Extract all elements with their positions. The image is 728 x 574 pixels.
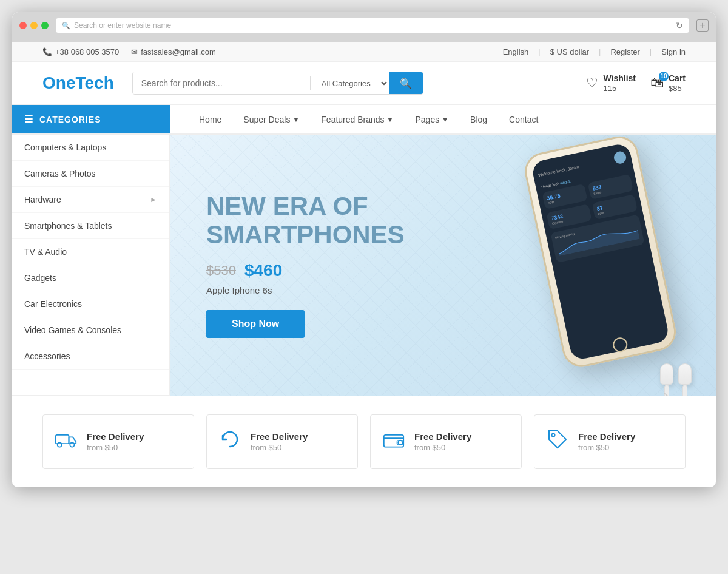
wishlist-action[interactable]: ♡ Wishlist 115 (586, 73, 636, 93)
chevron-down-icon2: ▼ (387, 116, 394, 123)
language-selector[interactable]: English (503, 47, 529, 56)
logo[interactable]: OneTech (42, 73, 114, 93)
delivery-tag-icon (547, 428, 568, 455)
delivery-text-0: Free Delivery from $50 (87, 431, 144, 452)
cat-item-accessories[interactable]: Accessories (12, 343, 169, 370)
cart-icon: 🛍 10 (650, 75, 664, 91)
cat-item-videogames[interactable]: Video Games & Consoles (12, 317, 169, 343)
hero-content: NEW ERA OF SMARTPHONES $530 $460 Apple I… (206, 192, 405, 337)
search-icon: 🔍 (400, 78, 412, 89)
shop-now-button[interactable]: Shop Now (206, 310, 305, 338)
nav-item-pages[interactable]: Pages ▼ (404, 106, 459, 133)
header: OneTech All Categories 🔍 ♡ Wishlist 115 (12, 62, 716, 105)
nav-item-superdeals[interactable]: Super Deals ▼ (232, 106, 310, 133)
hero-product-name: Apple Iphone 6s (206, 285, 405, 295)
delivery-refresh-icon (219, 428, 241, 455)
divider2: | (599, 47, 601, 56)
phone-mockup: Welcome back, Jamie Things look alright.… (521, 135, 679, 371)
cat-item-gadgets[interactable]: Gadgets (12, 265, 169, 291)
dot-green[interactable] (41, 22, 49, 29)
refresh-icon[interactable]: ↻ (676, 21, 683, 30)
nav-item-blog[interactable]: Blog (459, 106, 498, 133)
price-old: $530 (206, 263, 236, 279)
categories-button[interactable]: ☰ CATEGORIES (12, 105, 170, 133)
topbar-right: English | $ US dollar | Register | Sign … (503, 47, 686, 56)
chevron-down-icon3: ▼ (442, 116, 448, 123)
delivery-text-1: Free Delivery from $50 (251, 431, 308, 452)
menu-icon: ☰ (24, 113, 33, 125)
svg-point-5 (552, 434, 555, 437)
category-select[interactable]: All Categories (311, 72, 389, 94)
main-content: Computers & Laptops Cameras & Photos Har… (12, 135, 716, 396)
cat-item-hardware[interactable]: Hardware ► (12, 187, 169, 213)
search-bar: All Categories 🔍 (132, 72, 423, 95)
browser-dots (19, 22, 49, 29)
hero-price: $530 $460 (206, 261, 405, 280)
delivery-strip: Free Delivery from $50 Free Delivery fro… (12, 396, 716, 487)
price-new: $460 (244, 261, 282, 280)
delivery-card-0: Free Delivery from $50 (42, 414, 194, 469)
search-icon: 🔍 (62, 22, 70, 30)
dot-yellow[interactable] (30, 22, 38, 29)
topbar-email: ✉ fastsales@gmail.com (131, 47, 216, 56)
browser-window: 🔍 Search or enter website name ↻ + 📞 +38… (12, 12, 716, 487)
delivery-truck-icon (55, 428, 77, 455)
wishlist-icon: ♡ (586, 75, 598, 91)
nav-item-contact[interactable]: Contact (498, 106, 549, 133)
topbar-phone: 📞 +38 068 005 3570 (42, 47, 119, 56)
cat-item-smartphones[interactable]: Smartphones & Tablets (12, 213, 169, 239)
nav-item-home[interactable]: Home (188, 106, 232, 133)
search-input[interactable] (133, 72, 310, 94)
hero-banner: NEW ERA OF SMARTPHONES $530 $460 Apple I… (170, 135, 716, 396)
delivery-text-3: Free Delivery from $50 (578, 431, 635, 452)
divider: | (538, 47, 540, 56)
cat-item-carelectronics[interactable]: Car Electronics (12, 291, 169, 317)
nav-menu: Home Super Deals ▼ Featured Brands ▼ Pag… (170, 105, 567, 133)
wishlist-text: Wishlist 115 (603, 73, 636, 93)
svg-rect-0 (56, 435, 69, 444)
browser-chrome: 🔍 Search or enter website name ↻ + (12, 12, 716, 42)
nav-item-brands[interactable]: Featured Brands ▼ (310, 106, 404, 133)
dot-red[interactable] (19, 22, 27, 29)
signin-link[interactable]: Sign in (661, 47, 686, 56)
delivery-text-2: Free Delivery from $50 (414, 431, 471, 452)
address-text: Search or enter website name (74, 21, 171, 30)
register-link[interactable]: Register (610, 47, 639, 56)
delivery-card-1: Free Delivery from $50 (206, 414, 358, 469)
nav-wrapper: ☰ CATEGORIES Home Super Deals ▼ Featured… (12, 105, 716, 135)
cart-action[interactable]: 🛍 10 Cart $85 (650, 73, 686, 93)
topbar-left: 📞 +38 068 005 3570 ✉ fastsales@gmail.com (42, 47, 216, 56)
delivery-card-3: Free Delivery from $50 (534, 414, 686, 469)
browser-addressbar[interactable]: 🔍 Search or enter website name ↻ (56, 18, 689, 33)
divider3: | (650, 47, 652, 56)
chevron-down-icon: ▼ (292, 116, 299, 123)
cat-item-tvaudio[interactable]: TV & Audio (12, 239, 169, 265)
hero-title: NEW ERA OF SMARTPHONES (206, 192, 405, 248)
cat-item-computers[interactable]: Computers & Laptops (12, 135, 169, 161)
delivery-card-2: Free Delivery from $50 (370, 414, 522, 469)
hero-image: Welcome back, Jamie Things look alright.… (416, 135, 716, 396)
airpods (660, 363, 692, 396)
delivery-wallet-icon (383, 428, 405, 455)
cart-badge: 10 (659, 72, 669, 81)
topbar: 📞 +38 068 005 3570 ✉ fastsales@gmail.com… (12, 42, 716, 62)
cart-text: Cart $85 (669, 73, 686, 93)
phone-icon: 📞 (42, 47, 52, 56)
email-icon: ✉ (131, 47, 138, 56)
new-tab-button[interactable]: + (696, 19, 709, 32)
currency-selector[interactable]: $ US dollar (550, 47, 589, 56)
chevron-right-icon: ► (150, 195, 157, 204)
cat-item-cameras[interactable]: Cameras & Photos (12, 161, 169, 187)
categories-dropdown: Computers & Laptops Cameras & Photos Har… (12, 135, 170, 396)
header-actions: ♡ Wishlist 115 🛍 10 Cart $85 (586, 73, 686, 93)
search-button[interactable]: 🔍 (389, 72, 423, 94)
